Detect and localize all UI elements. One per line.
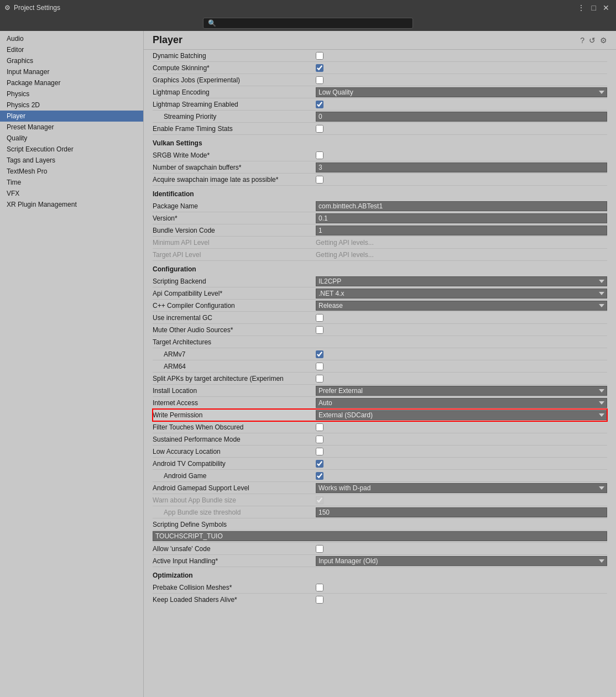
sidebar-item-textmesh-pro[interactable]: TextMesh Pro xyxy=(0,166,143,177)
setting-label: Write Permission xyxy=(153,411,316,419)
close-button[interactable]: ✕ xyxy=(601,3,612,12)
setting-value xyxy=(316,176,607,184)
checkbox-armv7[interactable] xyxy=(316,350,323,358)
select-c++_compiler_configu[interactable]: ReleaseDebugMaster xyxy=(316,301,607,311)
search-input[interactable] xyxy=(203,18,413,29)
sidebar-item-script-execution-order[interactable]: Script Execution Order xyxy=(0,144,143,155)
setting-row-use_incremental_gc: Use incremental GC xyxy=(153,312,607,324)
sidebar-item-quality[interactable]: Quality xyxy=(0,133,143,144)
help-icon[interactable]: ? xyxy=(580,36,584,45)
checkbox-low_accuracy_locatio[interactable] xyxy=(316,448,323,455)
select-active_input_handlin[interactable]: Input Manager (Old)Input System Package … xyxy=(316,556,607,566)
setting-row-target_architectures: Target Architectures xyxy=(153,336,607,348)
setting-row-write_permission: Write PermissionExternal (SDCard)Interna… xyxy=(153,409,607,421)
checkbox-use_incremental_gc[interactable] xyxy=(316,314,323,322)
sidebar-item-audio[interactable]: Audio xyxy=(0,33,143,44)
input-package_name[interactable] xyxy=(316,201,607,211)
checkbox-keep_loaded_shaders_[interactable] xyxy=(316,596,323,604)
select-lightmap_encoding[interactable]: Low QualityNormal QualityHigh Quality xyxy=(316,87,607,97)
checkbox-arm64[interactable] xyxy=(316,363,323,370)
checkbox-warn_about_app_bundl[interactable] xyxy=(316,496,323,504)
setting-label: Target Architectures xyxy=(153,338,316,346)
sidebar-item-vfx[interactable]: VFX xyxy=(0,188,143,199)
setting-row-prebake_collision_meshes*: Prebake Collision Meshes* xyxy=(153,581,607,594)
sidebar-item-xr-plugin-management[interactable]: XR Plugin Management xyxy=(0,199,143,210)
input-number_of_swapchain_[interactable] xyxy=(316,163,607,172)
scripting-define-input[interactable] xyxy=(153,531,607,541)
sidebar-item-physics[interactable]: Physics xyxy=(0,88,143,99)
checkbox-android_tv_compatibi[interactable] xyxy=(316,460,323,468)
setting-value: ReleaseDebugMaster xyxy=(316,301,607,311)
menu-button[interactable]: ⋮ xyxy=(575,3,587,12)
setting-label: Active Input Handling* xyxy=(153,557,316,565)
title-bar: ⚙ Project Settings ⋮ □ ✕ xyxy=(0,0,616,15)
setting-label: Number of swapchain buffers* xyxy=(153,164,316,171)
setting-label: Android Gamepad Support Level xyxy=(153,484,316,492)
sidebar-item-preset-manager[interactable]: Preset Manager xyxy=(0,122,143,133)
sidebar-item-input-manager[interactable]: Input Manager xyxy=(0,66,143,77)
sidebar-item-time[interactable]: Time xyxy=(0,177,143,188)
sidebar-item-tags-and-layers[interactable]: Tags and Layers xyxy=(0,155,143,166)
setting-row-enable_frame_timing_stats: Enable Frame Timing Stats xyxy=(153,123,607,135)
setting-row-allow_'unsafe'_code: Allow 'unsafe' Code xyxy=(153,543,607,555)
input-version*[interactable] xyxy=(316,213,607,223)
setting-label: Mute Other Audio Sources* xyxy=(153,326,316,334)
input-bundle_version_code[interactable] xyxy=(316,226,607,235)
setting-label: Api Compatibility Level* xyxy=(153,290,316,297)
checkbox-srgb_write_mode*[interactable] xyxy=(316,151,323,159)
input-app_bundle_size_thre[interactable] xyxy=(316,507,607,517)
checkbox-mute_other_audio_sou[interactable] xyxy=(316,326,323,334)
checkbox-filter_touches_when_[interactable] xyxy=(316,423,323,431)
checkbox-split_apks_by_target[interactable] xyxy=(316,375,323,382)
setting-row-package_name: Package Name xyxy=(153,200,607,212)
setting-label: Package Name xyxy=(153,202,316,210)
gear-icon: ⚙ xyxy=(4,4,11,12)
checkbox-allow_'unsafe'_code[interactable] xyxy=(316,545,323,553)
select-internet_access[interactable]: AutoRequire xyxy=(316,398,607,408)
setting-value xyxy=(316,436,607,443)
sidebar-item-graphics[interactable]: Graphics xyxy=(0,55,143,66)
setting-label: Streaming Priority xyxy=(153,113,316,120)
sidebar-item-player[interactable]: Player xyxy=(0,111,143,122)
setting-label: Allow 'unsafe' Code xyxy=(153,545,316,553)
sidebar-item-package-manager[interactable]: Package Manager xyxy=(0,77,143,88)
checkbox-android_game[interactable] xyxy=(316,472,323,480)
setting-value: Works with D-padSupports GamepadRequires… xyxy=(316,483,607,493)
main-layout: AudioEditorGraphicsInput ManagerPackage … xyxy=(0,31,616,697)
checkbox-enable_frame_timing_[interactable] xyxy=(316,125,323,133)
setting-text-value: Getting API levels... xyxy=(316,239,374,247)
setting-label: C++ Compiler Configuration xyxy=(153,302,316,310)
select-android_gamepad_supp[interactable]: Works with D-padSupports GamepadRequires… xyxy=(316,483,607,493)
checkbox-compute_skinning*[interactable] xyxy=(316,64,323,72)
settings-icon[interactable]: ⚙ xyxy=(600,36,607,45)
setting-row-sustained_performance_mode: Sustained Performance Mode xyxy=(153,433,607,446)
refresh-icon[interactable]: ↺ xyxy=(589,36,596,45)
sidebar-item-physics-2d[interactable]: Physics 2D xyxy=(0,99,143,111)
setting-value xyxy=(316,125,607,133)
restore-button[interactable]: □ xyxy=(589,3,598,12)
checkbox-dynamic_batching[interactable] xyxy=(316,52,323,60)
checkbox-sustained_performanc[interactable] xyxy=(316,436,323,443)
setting-label: Version* xyxy=(153,214,316,222)
content-area: Player ? ↺ ⚙ Dynamic BatchingCompute Ski… xyxy=(144,31,616,697)
setting-value xyxy=(316,545,607,553)
setting-value xyxy=(316,112,607,122)
input-streaming_priority[interactable] xyxy=(316,112,607,122)
setting-label: Install Location xyxy=(153,387,316,395)
checkbox-graphics_jobs_(exper[interactable] xyxy=(316,76,323,84)
select-api_compatibility_le[interactable]: .NET 4.x.NET Standard 2.0 xyxy=(316,289,607,298)
checkbox-acquire_swapchain_im[interactable] xyxy=(316,176,323,184)
setting-row-target_api_level: Target API LevelGetting API levels... xyxy=(153,249,607,261)
select-install_location[interactable]: Prefer ExternalForce InternalAuto xyxy=(316,386,607,396)
select-scripting_backend[interactable]: IL2CPPMono xyxy=(316,276,607,286)
setting-label: Graphics Jobs (Experimental) xyxy=(153,76,316,84)
setting-row-android_gamepad_support_level: Android Gamepad Support LevelWorks with … xyxy=(153,482,607,494)
setting-label: Dynamic Batching xyxy=(153,52,316,60)
setting-value xyxy=(316,507,607,517)
checkbox-prebake_collision_me[interactable] xyxy=(316,584,323,591)
sidebar-item-editor[interactable]: Editor xyxy=(0,44,143,55)
select-write_permission[interactable]: External (SDCard)Internal xyxy=(316,410,607,420)
checkbox-lightmap_streaming_e[interactable] xyxy=(316,101,323,108)
setting-row-number_of_swapchain_buffers*: Number of swapchain buffers* xyxy=(153,161,607,174)
setting-row-warn_about_app_bundle_size: Warn about App Bundle size xyxy=(153,494,607,506)
